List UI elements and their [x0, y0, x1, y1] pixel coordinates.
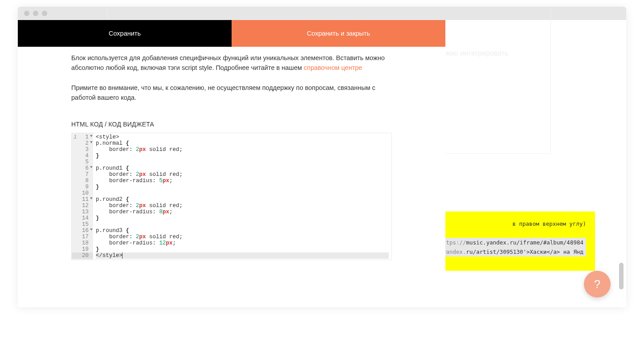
code-line[interactable]: border-radius: 5px;: [96, 178, 389, 184]
save-button[interactable]: Сохранить: [18, 20, 232, 47]
fold-icon[interactable]: [90, 141, 93, 143]
code-line[interactable]: p.round3 {: [96, 228, 389, 234]
code-line[interactable]: border: 2px solid red;: [96, 171, 389, 178]
gutter-line: 8: [72, 178, 93, 184]
modal-body: Блок используется для добавления специфи…: [18, 47, 445, 273]
modal-description: Блок используется для добавления специфи…: [71, 53, 392, 73]
gutter-line: 18: [72, 240, 93, 246]
browser-window: ильду: 40+ полезных сервисов, которые мо…: [18, 7, 626, 307]
help-fab[interactable]: ?: [584, 271, 611, 297]
code-line[interactable]: [96, 190, 389, 196]
gutter-line: 6: [72, 165, 93, 171]
code-line[interactable]: }: [96, 246, 389, 252]
code-line[interactable]: border-radius: 12px;: [96, 240, 389, 246]
editor-codepane[interactable]: <style>p.normal { border: 2px solid red;…: [93, 133, 391, 260]
gutter-line: 5: [72, 159, 93, 165]
save-and-close-button[interactable]: Сохранить и закрыть: [232, 20, 445, 47]
code-line[interactable]: [96, 159, 389, 165]
gutter-line: 1i: [72, 134, 93, 140]
gutter-line: 17: [72, 234, 93, 240]
gutter-line: 4: [72, 153, 93, 159]
fold-icon[interactable]: [90, 228, 93, 231]
code-line[interactable]: border: 2px solid red;: [96, 147, 389, 153]
window-min-dot[interactable]: [33, 11, 38, 16]
fold-icon[interactable]: [90, 197, 93, 200]
gutter-line: 16: [72, 228, 93, 234]
gutter-line: 9: [72, 184, 93, 190]
code-line[interactable]: }: [96, 184, 389, 190]
fold-icon[interactable]: [90, 166, 93, 168]
editor-gutter: 1i234567891011121314151617181920: [72, 133, 93, 260]
gutter-line: 3: [72, 147, 93, 153]
code-line[interactable]: border-radius: 8px;: [96, 209, 389, 215]
gutter-line: 2: [72, 140, 93, 147]
code-line[interactable]: border: 2px solid red;: [96, 234, 389, 240]
code-line[interactable]: }: [96, 215, 389, 221]
gutter-line: 20: [72, 252, 93, 259]
code-line[interactable]: </style>: [96, 252, 389, 259]
code-line[interactable]: border: 2px solid red;: [96, 203, 389, 209]
modal-note: Примите во внимание, что мы, к сожалению…: [71, 83, 392, 103]
code-line[interactable]: <style>: [96, 134, 389, 140]
window-max-dot[interactable]: [42, 11, 47, 16]
window-close-dot[interactable]: [24, 11, 29, 16]
code-field-label: HTML КОД / КОД ВИДЖЕТА: [71, 121, 392, 128]
modal-tabs: Сохранить Сохранить и закрыть: [18, 20, 445, 47]
code-line[interactable]: p.normal {: [96, 140, 389, 147]
help-icon: ?: [594, 277, 600, 291]
gutter-line: 11: [72, 196, 93, 203]
code-line[interactable]: p.round1 {: [96, 165, 389, 171]
fold-icon[interactable]: [90, 135, 93, 137]
gutter-line: 19: [72, 246, 93, 252]
gutter-line: 13: [72, 209, 93, 215]
info-icon: i: [73, 134, 77, 140]
gutter-line: 10: [72, 190, 93, 196]
gutter-line: 12: [72, 203, 93, 209]
html-editor-modal: Сохранить Сохранить и закрыть Блок испол…: [18, 20, 445, 307]
gutter-line: 14: [72, 215, 93, 221]
gutter-line: 15: [72, 221, 93, 228]
gutter-line: 7: [72, 171, 93, 178]
help-center-link[interactable]: справочном центре: [304, 64, 362, 71]
code-line[interactable]: }: [96, 153, 389, 159]
page-scrollbar[interactable]: [619, 263, 624, 289]
code-editor[interactable]: 1i234567891011121314151617181920 <style>…: [71, 133, 392, 260]
code-line[interactable]: p.round2 {: [96, 196, 389, 203]
code-line[interactable]: [96, 221, 389, 228]
